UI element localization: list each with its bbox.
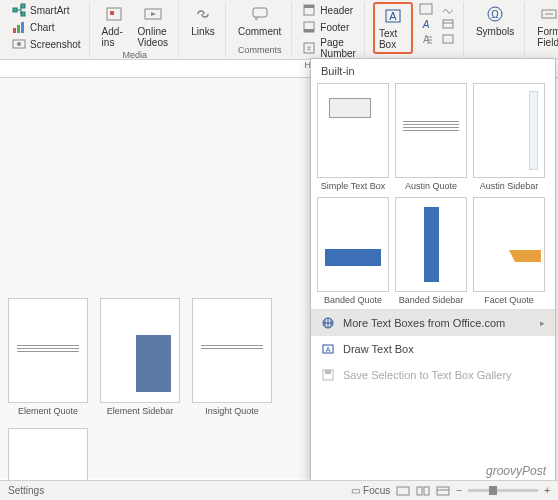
addins-button[interactable]: Add-ins [98, 2, 130, 50]
date-time-button[interactable] [439, 17, 457, 31]
svg-rect-9 [110, 11, 114, 15]
view-print-icon[interactable] [396, 485, 410, 497]
group-comments-label: Comments [238, 45, 282, 57]
svg-text:#: # [307, 45, 311, 52]
globe-icon [321, 316, 335, 330]
group-media-label: Media [123, 50, 148, 62]
screenshot-icon [12, 37, 26, 51]
svg-rect-13 [304, 5, 314, 8]
focus-button[interactable]: ▭Focus [351, 485, 390, 496]
svg-rect-0 [13, 8, 17, 12]
dropdown-item[interactable]: Simple Text Box [317, 83, 389, 191]
signature-icon [441, 3, 455, 15]
gallery-item[interactable]: Insight Quote [192, 298, 272, 416]
smartart-button[interactable]: SmartArt [10, 2, 83, 18]
dropdown-item[interactable]: Facet Quote [473, 197, 545, 305]
document-gallery: Element Quote Element Sidebar Insight Qu… [0, 78, 310, 478]
symbols-icon: Ω [483, 4, 507, 24]
svg-rect-1 [21, 4, 25, 8]
svg-rect-15 [304, 29, 314, 32]
save-icon [321, 368, 335, 382]
header-icon [302, 3, 316, 17]
text-box-icon: A [381, 6, 405, 26]
signature-button[interactable] [439, 2, 457, 16]
links-button[interactable]: Links [187, 2, 219, 39]
save-selection-menu: Save Selection to Text Box Gallery [311, 362, 555, 388]
svg-rect-23 [443, 20, 453, 28]
draw-textbox-icon: A [321, 342, 335, 356]
svg-rect-35 [417, 487, 422, 495]
svg-rect-3 [13, 28, 16, 33]
svg-marker-28 [509, 250, 541, 262]
gallery-item[interactable]: Element Quote [8, 298, 88, 416]
status-bar: Settings ▭Focus − + [0, 480, 558, 500]
comment-icon [248, 4, 272, 24]
svg-rect-36 [424, 487, 429, 495]
form-field-icon [537, 4, 558, 24]
svg-text:Ω: Ω [491, 9, 499, 20]
view-web-icon[interactable] [436, 485, 450, 497]
svg-text:A: A [389, 10, 397, 22]
svg-rect-2 [21, 12, 25, 16]
header-button[interactable]: Header [300, 2, 358, 18]
zoom-in-button[interactable]: + [544, 485, 550, 496]
more-text-boxes-menu[interactable]: More Text Boxes from Office.com ▸ [311, 310, 555, 336]
links-icon [191, 4, 215, 24]
dropdown-item[interactable]: Banded Quote [317, 197, 389, 305]
svg-rect-37 [437, 487, 449, 495]
comment-button[interactable]: Comment [234, 2, 285, 39]
dropdown-item[interactable]: Austin Sidebar [473, 83, 545, 191]
ribbon: SmartArt Chart Screenshot Add-ins Online… [0, 0, 558, 60]
svg-rect-20 [420, 4, 432, 14]
view-read-icon[interactable] [416, 485, 430, 497]
symbols-button[interactable]: Ω Symbols [472, 2, 518, 39]
footer-button[interactable]: Footer [300, 19, 358, 35]
settings-button[interactable]: Settings [8, 485, 44, 496]
svg-text:A: A [326, 346, 331, 353]
wordart-button[interactable]: A [417, 17, 435, 31]
zoom-out-button[interactable]: − [456, 485, 462, 496]
dropdown-item[interactable]: Banded Sidebar [395, 197, 467, 305]
date-icon [441, 18, 455, 30]
page-number-icon: # [302, 41, 316, 55]
page-number-button[interactable]: # Page Number [300, 36, 358, 60]
svg-point-7 [17, 42, 21, 46]
watermark: groovyPost [486, 464, 546, 478]
dropdown-section-label: Built-in [311, 59, 555, 83]
svg-rect-11 [253, 8, 267, 17]
video-icon [141, 4, 165, 24]
draw-text-box-menu[interactable]: A Draw Text Box [311, 336, 555, 362]
svg-rect-34 [397, 487, 409, 495]
svg-rect-5 [21, 22, 24, 33]
screenshot-button[interactable]: Screenshot [10, 36, 83, 52]
drop-cap-button[interactable]: A [417, 32, 435, 46]
svg-text:A: A [422, 19, 430, 30]
chart-icon [12, 20, 26, 34]
addins-icon [102, 4, 126, 24]
gallery-item[interactable]: Element Sidebar [100, 298, 180, 416]
smartart-icon [12, 3, 26, 17]
object-button[interactable] [439, 32, 457, 46]
svg-rect-33 [325, 370, 331, 374]
zoom-slider[interactable] [468, 489, 538, 492]
object-icon [441, 33, 455, 45]
drop-cap-icon: A [419, 33, 433, 45]
chart-button[interactable]: Chart [10, 19, 83, 35]
online-videos-button[interactable]: Online Videos [134, 2, 172, 50]
quick-parts-icon [419, 3, 433, 15]
svg-rect-4 [17, 25, 20, 33]
chevron-right-icon: ▸ [540, 318, 545, 328]
dropdown-item[interactable]: Austin Quote [395, 83, 467, 191]
svg-rect-24 [443, 35, 453, 43]
wordart-icon: A [419, 18, 433, 30]
footer-icon [302, 20, 316, 34]
text-box-dropdown: Built-in Simple Text Box Austin Quote Au… [310, 58, 556, 488]
quick-parts-button[interactable] [417, 2, 435, 16]
text-box-button[interactable]: A Text Box [373, 2, 413, 54]
form-field-button[interactable]: Form Field [533, 2, 558, 50]
